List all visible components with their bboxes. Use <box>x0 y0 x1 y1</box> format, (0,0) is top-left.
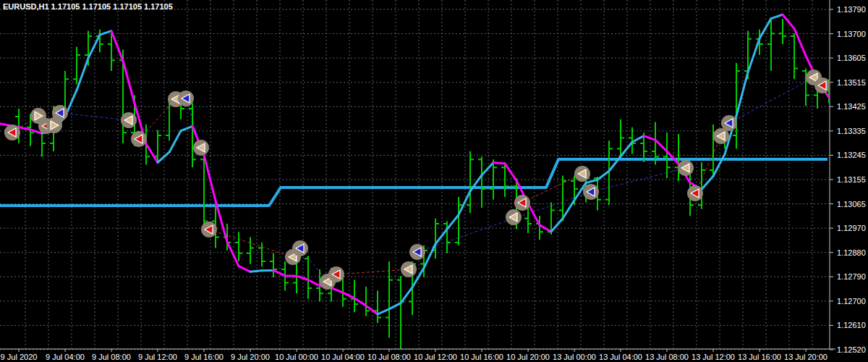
ohlc-bar[interactable] <box>617 119 624 157</box>
ma-segment-down <box>204 155 216 201</box>
time-axis-label: 9 Jul 12:00 <box>138 353 177 361</box>
time-axis-label: 13 Jul 12:00 <box>692 353 735 361</box>
ma-segment-down <box>528 203 540 225</box>
buy-trade-line <box>729 77 814 123</box>
ohlc-bar[interactable] <box>247 237 254 264</box>
ma-segment-down <box>227 242 239 266</box>
ohlc-bar[interactable] <box>270 253 277 277</box>
plot-area[interactable] <box>0 14 833 350</box>
trade-marker-red[interactable] <box>687 185 703 201</box>
trade-marker-tan[interactable] <box>574 166 590 182</box>
chart-title: EURUSD,H1 1.17105 1.17105 1.17105 1.1710… <box>3 2 173 11</box>
trade-marker-tan[interactable] <box>678 160 694 176</box>
time-axis-label: 9 Jul 16:00 <box>184 353 224 361</box>
ohlc-bar[interactable] <box>305 256 312 299</box>
time-axis-label: 10 Jul 08:00 <box>367 353 411 361</box>
ohlc-bar[interactable] <box>478 157 485 208</box>
price-axis-label: 1.12790 <box>837 272 866 281</box>
trade-marker-tan[interactable] <box>193 140 209 156</box>
ma-segment-down <box>111 31 123 61</box>
time-axis-label: 10 Jul 04:00 <box>321 353 365 361</box>
trade-marker-tan[interactable] <box>121 112 137 128</box>
ohlc-bar[interactable] <box>73 47 80 85</box>
ma-segment-down <box>655 140 667 151</box>
ma-segment-up <box>389 303 401 309</box>
price-axis-label: 1.13790 <box>837 5 866 14</box>
ma-segment-down <box>505 164 516 181</box>
price-axis-label: 1.13700 <box>837 30 866 38</box>
time-axis-label: 9 Jul 2020 <box>1 353 38 361</box>
ohlc-bar[interactable] <box>397 276 404 350</box>
grid <box>0 0 829 350</box>
price-axis-label: 1.12880 <box>837 248 866 257</box>
trade-marker-blue[interactable] <box>721 115 737 131</box>
time-axis-label: 9 Jul 04:00 <box>46 353 85 361</box>
ma-segment-up <box>250 271 262 272</box>
ohlc-bar[interactable] <box>362 287 370 316</box>
ohlc-bars[interactable] <box>15 19 833 350</box>
ohlc-bar[interactable] <box>386 261 393 337</box>
ma-segment-up <box>378 309 389 314</box>
trade-marker-blue[interactable] <box>52 105 68 121</box>
price-axis-label: 1.12610 <box>837 321 866 329</box>
price-axis-label: 1.13515 <box>837 78 866 87</box>
price-axis-label: 1.13605 <box>837 54 866 62</box>
ma-segment-up <box>158 152 169 162</box>
chart-window: EURUSD,H1 1.17105 1.17105 1.17105 1.1710… <box>0 0 868 362</box>
chart-canvas[interactable]: 1.137901.137001.136051.135151.134251.133… <box>0 0 868 362</box>
price-axis-label: 1.13155 <box>837 175 866 184</box>
ohlc-bar[interactable] <box>235 232 242 261</box>
trade-marker-blue[interactable] <box>292 240 308 256</box>
trade-marker-blue[interactable] <box>583 184 599 200</box>
ma-segment-down <box>644 136 655 140</box>
time-axis-label: 10 Jul 12:00 <box>414 353 457 361</box>
buy-trade-line <box>417 192 591 252</box>
ma-segment-up <box>597 171 609 180</box>
ma-segment-down <box>667 151 678 164</box>
ma-segment-down <box>331 288 343 293</box>
ma-segment-up <box>771 14 783 18</box>
ma-segment-down <box>308 280 320 286</box>
ma-segment-up <box>586 180 597 182</box>
ma-segment-up <box>482 163 493 175</box>
time-axis-label: 10 Jul 20:00 <box>506 353 550 361</box>
time-axis-label: 13 Jul 00:00 <box>553 353 596 361</box>
ohlc-bar[interactable] <box>455 197 462 245</box>
ohlc-bar[interactable] <box>767 20 775 71</box>
ma-segment-up <box>435 230 447 244</box>
ma-segment-down <box>540 225 551 232</box>
trade-marker-red[interactable] <box>131 131 147 147</box>
ma-segment-down <box>297 276 308 279</box>
trade-marker-tan[interactable] <box>401 261 417 277</box>
ma-segment-up <box>181 126 192 130</box>
trade-marker-red[interactable] <box>201 222 217 237</box>
ma-segment-up <box>748 38 760 72</box>
time-axis-label: 10 Jul 00:00 <box>275 353 318 361</box>
trade-marker-red[interactable] <box>4 125 20 140</box>
step-support-line[interactable] <box>0 159 827 206</box>
price-axis-labels[interactable]: 1.137901.137001.136051.135151.134251.133… <box>830 5 866 354</box>
ohlc-bar[interactable] <box>779 19 786 44</box>
trade-marker-blue[interactable] <box>178 90 194 106</box>
ma-segment-up <box>551 219 563 232</box>
trade-marker-blue[interactable] <box>409 244 425 260</box>
ma-segment-up <box>100 31 111 35</box>
ma-segment-up <box>401 287 412 303</box>
time-axis-label: 13 Jul 16:00 <box>738 353 781 361</box>
price-axis-label: 1.12520 <box>837 345 866 354</box>
trade-marker-tan[interactable] <box>506 209 522 225</box>
price-axis-label: 1.12700 <box>837 297 866 306</box>
ma-segment-up <box>459 191 470 215</box>
price-axis-label: 1.13065 <box>837 200 866 209</box>
ohlc-bar[interactable] <box>791 33 798 79</box>
trade-marker-red[interactable] <box>514 195 530 211</box>
time-axis-labels[interactable]: 9 Jul 20209 Jul 04:009 Jul 08:009 Jul 12… <box>1 349 827 361</box>
trade-marker-red[interactable] <box>814 77 830 93</box>
ma-segment-up <box>702 176 713 189</box>
ma-segment-up <box>760 19 771 39</box>
ma-segment-down <box>366 306 378 314</box>
sell-trade-line <box>695 136 721 193</box>
trade-marker-red[interactable] <box>328 266 344 282</box>
ma-segment-down <box>273 270 285 276</box>
ohlc-bar[interactable] <box>374 291 381 323</box>
